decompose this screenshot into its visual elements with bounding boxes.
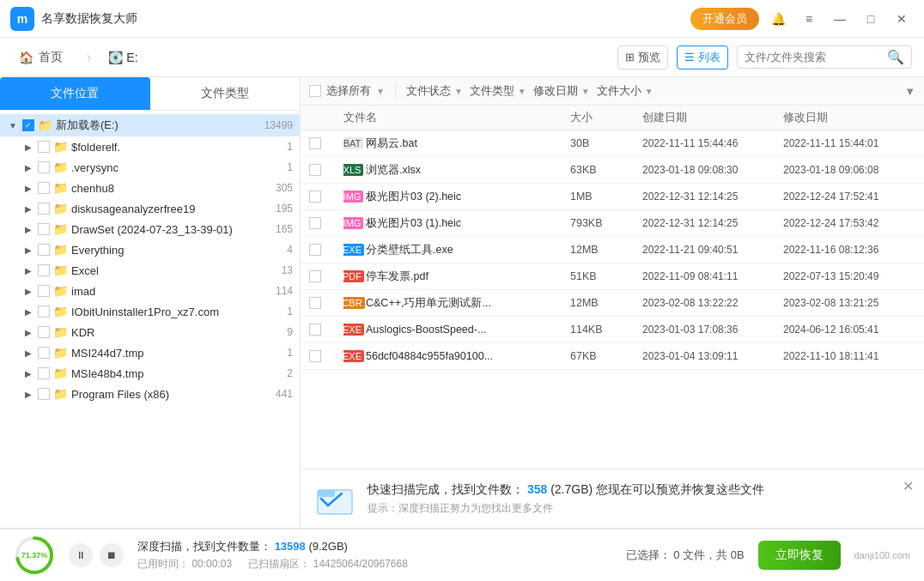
expand-icon: ▶ — [22, 223, 34, 235]
tree-item[interactable]: ▶ 📁 DrawSet (2024-07-23_13-39-01) 165 — [0, 219, 300, 239]
close-button[interactable]: ✕ — [890, 7, 914, 31]
file-type-icon: EXE — [343, 321, 361, 338]
item-name: Excel — [71, 264, 275, 277]
expand-icon: ▶ — [22, 306, 34, 318]
col-type-header[interactable]: 文件类型 ▼ — [470, 83, 526, 99]
notify-close-button[interactable]: ✕ — [903, 478, 914, 494]
row-checkbox[interactable] — [309, 244, 321, 256]
table-row[interactable]: EXE 56dcf04884c955fa90100... 67KB 2023-0… — [301, 343, 924, 370]
file-modified: 2022-11-16 08:12:36 — [783, 244, 921, 256]
col-status-header[interactable]: 文件状态 ▼ — [406, 83, 463, 99]
home-nav[interactable]: 🏠 首页 — [12, 46, 70, 69]
tree-item[interactable]: ▶ 📁 Everything 4 — [0, 239, 300, 260]
item-name: diskusageanalyzerfree19 — [71, 203, 269, 215]
row-checkbox[interactable] — [309, 217, 321, 229]
select-all-checkbox[interactable] — [309, 85, 321, 97]
tree-item[interactable]: ▶ 📁 $folderelf. 1 — [0, 136, 300, 157]
item-name: IObitUninstaller1Pro_xz7.com — [71, 306, 280, 318]
tree-item[interactable]: ▶ 📁 Excel 13 — [0, 260, 300, 281]
item-checkbox[interactable] — [38, 203, 50, 215]
tree-item[interactable]: ▶ 📁 imad 114 — [0, 281, 300, 301]
item-checkbox[interactable] — [38, 306, 50, 318]
menu-icon[interactable]: ≡ — [797, 7, 821, 31]
progress-circle: 71.37% — [14, 535, 55, 576]
recover-button[interactable]: 立即恢复 — [758, 541, 841, 570]
notification-icon[interactable]: 🔔 — [766, 7, 790, 31]
drive-label[interactable]: 💽 E: — [108, 51, 137, 64]
folder-icon: 📁 — [53, 284, 68, 298]
tree-item[interactable]: ▶ 📁 diskusageanalyzerfree19 195 — [0, 198, 300, 219]
item-name: $folderelf. — [71, 141, 280, 154]
file-rows: BAT 网易云.bat 30B 2022-11-11 15:44:46 2022… — [301, 130, 924, 469]
item-checkbox[interactable] — [38, 182, 50, 194]
tree-item[interactable]: ▶ 📁 chenhu8 305 — [0, 178, 300, 198]
tree-item[interactable]: ▶ 📁 .verysync 1 — [0, 157, 300, 178]
item-checkbox[interactable] — [38, 161, 50, 173]
file-modified: 2022-11-10 18:11:41 — [783, 350, 921, 362]
file-name: BAT 网易云.bat — [343, 135, 567, 152]
row-checkbox[interactable] — [309, 137, 321, 149]
row-checkbox[interactable] — [309, 350, 321, 362]
expand-icon: ▶ — [22, 141, 34, 153]
file-created: 2022-11-09 08:41:11 — [642, 270, 780, 282]
control-buttons: ⏸ ⏹ — [69, 543, 124, 567]
item-checkbox[interactable] — [38, 367, 50, 379]
item-name: .verysync — [71, 161, 280, 174]
row-checkbox[interactable] — [309, 270, 321, 282]
expand-icon: ▶ — [22, 347, 34, 359]
tree-item[interactable]: ▶ 📁 Program Files (x86) 441 — [0, 384, 300, 404]
row-checkbox[interactable] — [309, 324, 321, 336]
tab-file-type[interactable]: 文件类型 — [150, 77, 301, 110]
select-all[interactable]: 选择所有 ▼ — [309, 83, 385, 99]
select-all-arrow: ▼ — [376, 87, 385, 96]
table-row[interactable]: PDF 停车发票.pdf 51KB 2022-11-09 08:41:11 20… — [301, 263, 924, 290]
filter-icon[interactable]: ▼ — [904, 85, 915, 98]
list-view-btn[interactable]: ☰ 列表 — [677, 45, 728, 70]
col-size-header[interactable]: 文件大小 ▼ — [597, 83, 653, 99]
file-created: 2023-02-08 13:22:22 — [642, 297, 780, 309]
table-row[interactable]: CBR C&C++,巧用单元测试新... 12MB 2023-02-08 13:… — [301, 290, 924, 317]
minimize-button[interactable]: — — [828, 7, 852, 31]
root-checkbox[interactable]: ✓ — [22, 119, 34, 131]
tree-item[interactable]: ▶ 📁 KDR 9 — [0, 322, 300, 342]
row-checkbox[interactable] — [309, 164, 321, 176]
item-checkbox[interactable] — [38, 285, 50, 297]
stop-button[interactable]: ⏹ — [100, 543, 124, 567]
item-checkbox[interactable] — [38, 388, 50, 400]
row-checkbox[interactable] — [309, 297, 321, 309]
table-row[interactable]: XLS 浏览器.xlsx 63KB 2023-01-18 09:08:30 20… — [301, 157, 924, 184]
pause-button[interactable]: ⏸ — [69, 543, 93, 567]
select-all-label: 选择所有 — [326, 83, 371, 99]
item-checkbox[interactable] — [38, 264, 50, 276]
tab-file-location[interactable]: 文件位置 — [0, 77, 150, 110]
preview-view-btn[interactable]: ⊞ 预览 — [617, 45, 668, 70]
tree-item[interactable]: ▶ 📁 IObitUninstaller1Pro_xz7.com 1 — [0, 301, 300, 322]
tree-item[interactable]: ▶ 📁 MSIe48b4.tmp 2 — [0, 363, 300, 384]
search-input[interactable] — [745, 51, 882, 64]
maximize-button[interactable]: □ — [859, 7, 883, 31]
table-row[interactable]: EXE Auslogics-BoostSpeed-... 114KB 2023-… — [301, 317, 924, 343]
table-row[interactable]: IMG 极光图片03 (2).heic 1MB 2022-12-31 12:14… — [301, 184, 924, 210]
title-bar-left: m 名享数据恢复大师 — [10, 7, 137, 31]
table-row[interactable]: EXE 分类壁纸工具.exe 12MB 2022-11-21 09:40:51 … — [301, 237, 924, 263]
item-checkbox[interactable] — [38, 347, 50, 359]
item-checkbox[interactable] — [38, 141, 50, 153]
app-title: 名享数据恢复大师 — [41, 11, 137, 27]
file-size: 67KB — [570, 350, 639, 362]
col-size-header2: 大小 — [570, 110, 639, 125]
item-checkbox[interactable] — [38, 244, 50, 256]
search-icon[interactable]: 🔍 — [887, 49, 904, 65]
table-row[interactable]: IMG 极光图片03 (1).heic 793KB 2022-12-31 12:… — [301, 210, 924, 237]
item-checkbox[interactable] — [38, 223, 50, 235]
item-name: Everything — [71, 244, 280, 257]
member-button[interactable]: 开通会员 — [690, 8, 759, 30]
row-checkbox[interactable] — [309, 191, 321, 203]
divider — [395, 82, 396, 100]
tree-item[interactable]: ▶ 📁 MSI244d7.tmp 1 — [0, 342, 300, 363]
col-moddate-header[interactable]: 修改日期 ▼ — [533, 83, 590, 99]
scan-time: 00:00:03 — [191, 558, 232, 570]
tree-root-item[interactable]: ▼ ✓ 📁 新加载卷(E:) 13499 — [0, 114, 300, 136]
item-checkbox[interactable] — [38, 326, 50, 338]
folder-icon: 📁 — [53, 222, 68, 236]
table-row[interactable]: BAT 网易云.bat 30B 2022-11-11 15:44:46 2022… — [301, 130, 924, 157]
